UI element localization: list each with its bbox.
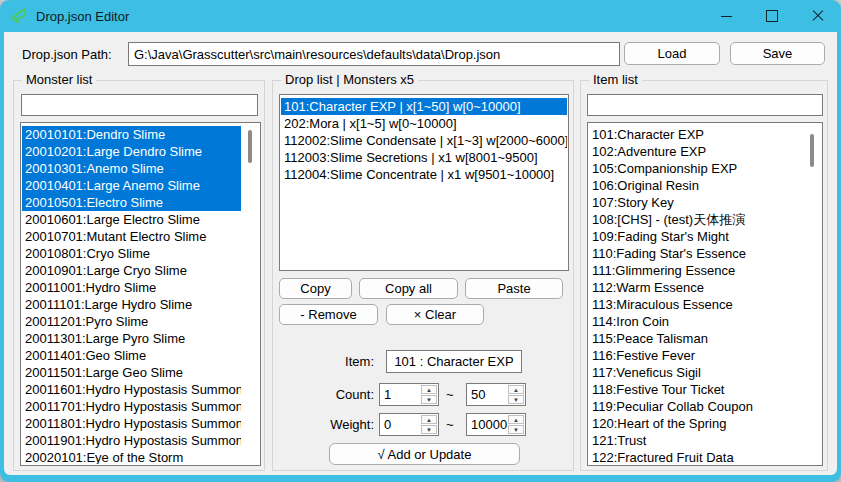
list-item[interactable]: 20011001:Hydro Slime — [22, 279, 241, 296]
list-item[interactable]: 115:Peace Talisman — [589, 330, 803, 347]
maximize-button[interactable] — [749, 0, 795, 32]
monster-scrollbar-thumb[interactable] — [248, 130, 252, 163]
count-min-value: 1 — [384, 387, 391, 402]
count-range-tilde: ~ — [446, 387, 454, 402]
copy-all-button[interactable]: Copy all — [359, 278, 458, 299]
copy-button[interactable]: Copy — [279, 278, 352, 299]
list-item[interactable]: 112004:Slime Concentrate | x1 w[9501~100… — [281, 166, 567, 183]
client-area: Drop.json Path: Load Save Monster list 2… — [4, 32, 837, 475]
list-item[interactable]: 102:Adventure EXP — [589, 143, 803, 160]
monster-listbox: 20010101:Dendro Slime20010201:Large Dend… — [20, 122, 261, 466]
weight-field-label: Weight: — [273, 417, 374, 432]
list-item[interactable]: 101:Character EXP | x[1~50] w[0~10000] — [281, 98, 567, 115]
item-scrollbar[interactable] — [803, 124, 821, 464]
list-item[interactable]: 112:Warm Essence — [589, 279, 803, 296]
weight-min-value: 0 — [384, 417, 391, 432]
list-item[interactable]: 20011401:Geo Slime — [22, 347, 241, 364]
list-item[interactable]: 20010501:Electro Slime — [22, 194, 241, 211]
list-item[interactable]: 105:Companionship EXP — [589, 160, 803, 177]
list-item[interactable]: 202:Mora | x[1~5] w[0~10000] — [281, 115, 567, 132]
list-item[interactable]: 118:Festive Tour Ticket — [589, 381, 803, 398]
list-item[interactable]: 106:Original Resin — [589, 177, 803, 194]
list-item[interactable]: 20011101:Large Hydro Slime — [22, 296, 241, 313]
list-item[interactable]: 116:Festive Fever — [589, 347, 803, 364]
save-button[interactable]: Save — [730, 42, 825, 65]
list-item[interactable]: 112002:Slime Condensate | x[1~3] w[2000~… — [281, 132, 567, 149]
list-item[interactable]: 20010201:Large Dendro Slime — [22, 143, 241, 160]
list-item[interactable]: 108:[CHS] - (test)天体推演 — [589, 211, 803, 228]
clear-button[interactable]: × Clear — [386, 304, 484, 325]
monster-list-title: Monster list — [22, 72, 96, 87]
list-item[interactable]: 112003:Slime Secretions | x1 w[8001~9500… — [281, 149, 567, 166]
item-list-panel: Item list 101:Character EXP102:Adventure… — [580, 80, 828, 471]
list-item[interactable]: 122:Fractured Fruit Data — [589, 449, 803, 464]
list-item[interactable]: 117:Veneficus Sigil — [589, 364, 803, 381]
list-item[interactable]: 20010401:Large Anemo Slime — [22, 177, 241, 194]
count-min-stepper[interactable]: 1 ▲▼ — [379, 383, 439, 406]
list-item[interactable]: 20011501:Large Geo Slime — [22, 364, 241, 381]
item-filter-input[interactable] — [587, 94, 823, 116]
list-item[interactable]: 20011601:Hydro Hypostasis Summon — [22, 381, 241, 398]
load-button[interactable]: Load — [624, 42, 720, 65]
list-item[interactable]: 20010801:Cryo Slime — [22, 245, 241, 262]
drop-list-panel: Drop list | Monsters x5 101:Character EX… — [272, 80, 574, 471]
paste-button[interactable]: Paste — [465, 278, 563, 299]
monster-scrollbar[interactable] — [241, 124, 259, 464]
list-item[interactable]: 120:Heart of the Spring — [589, 415, 803, 432]
item-rows: 101:Character EXP102:Adventure EXP105:Co… — [589, 124, 803, 464]
path-input[interactable] — [128, 42, 620, 66]
list-item[interactable]: 20010301:Anemo Slime — [22, 160, 241, 177]
megaphone-icon — [10, 7, 28, 25]
spin-up-icon[interactable]: ▲ — [508, 385, 524, 394]
count-max-value: 50 — [471, 387, 485, 402]
item-field-label: Item: — [273, 354, 374, 369]
monster-list-panel: Monster list 20010101:Dendro Slime200102… — [13, 80, 265, 471]
weight-min-stepper[interactable]: 0 ▲▼ — [379, 413, 439, 436]
list-item[interactable]: 119:Peculiar Collab Coupon — [589, 398, 803, 415]
list-item[interactable]: 20010701:Mutant Electro Slime — [22, 228, 241, 245]
minimize-button[interactable] — [703, 0, 749, 32]
item-scrollbar-thumb[interactable] — [810, 134, 814, 167]
window-title: Drop.json Editor — [36, 9, 129, 24]
list-item[interactable]: 110:Fading Star's Essence — [589, 245, 803, 262]
list-item[interactable]: 107:Story Key — [589, 194, 803, 211]
list-item[interactable]: 114:Iron Coin — [589, 313, 803, 330]
list-item[interactable]: 20011201:Pyro Slime — [22, 313, 241, 330]
titlebar: Drop.json Editor — [0, 0, 841, 32]
spin-down-icon[interactable]: ▼ — [421, 395, 437, 404]
list-item[interactable]: 20011901:Hydro Hypostasis Summon — [22, 432, 241, 449]
list-item[interactable]: 20010101:Dendro Slime — [22, 126, 241, 143]
list-item[interactable]: 113:Miraculous Essence — [589, 296, 803, 313]
list-item[interactable]: 20010901:Large Cryo Slime — [22, 262, 241, 279]
monster-filter-input[interactable] — [21, 94, 258, 116]
drop-list-title: Drop list | Monsters x5 — [281, 72, 418, 87]
spin-down-icon[interactable]: ▼ — [421, 425, 437, 434]
list-item[interactable]: 20011301:Large Pyro Slime — [22, 330, 241, 347]
spin-down-icon[interactable]: ▼ — [508, 425, 524, 434]
add-or-update-button[interactable]: √ Add or Update — [329, 443, 520, 465]
count-max-stepper[interactable]: 50 ▲▼ — [466, 383, 526, 406]
close-icon — [812, 10, 824, 22]
weight-max-stepper[interactable]: 10000 ▲▼ — [466, 413, 526, 436]
list-item[interactable]: 121:Trust — [589, 432, 803, 449]
item-list-title: Item list — [589, 72, 642, 87]
app-window: Drop.json Editor Drop.json Path: Load Sa… — [0, 0, 841, 482]
list-item[interactable]: 20011701:Hydro Hypostasis Summon — [22, 398, 241, 415]
list-item[interactable]: 111:Glimmering Essence — [589, 262, 803, 279]
list-item[interactable]: 20011801:Hydro Hypostasis Summon — [22, 415, 241, 432]
monster-rows: 20010101:Dendro Slime20010201:Large Dend… — [22, 124, 241, 464]
drop-rows: 101:Character EXP | x[1~50] w[0~10000]20… — [281, 96, 567, 269]
path-label: Drop.json Path: — [22, 47, 112, 62]
remove-button[interactable]: - Remove — [279, 304, 378, 325]
list-item[interactable]: 109:Fading Star's Might — [589, 228, 803, 245]
item-field[interactable]: 101 : Character EXP — [386, 350, 522, 373]
spin-up-icon[interactable]: ▲ — [508, 415, 524, 424]
list-item[interactable]: 20020101:Eye of the Storm — [22, 449, 241, 464]
spin-up-icon[interactable]: ▲ — [421, 385, 437, 394]
close-button[interactable] — [795, 0, 841, 32]
list-item[interactable]: 101:Character EXP — [589, 126, 803, 143]
spin-up-icon[interactable]: ▲ — [421, 415, 437, 424]
window-controls — [703, 0, 841, 32]
spin-down-icon[interactable]: ▼ — [508, 395, 524, 404]
list-item[interactable]: 20010601:Large Electro Slime — [22, 211, 241, 228]
